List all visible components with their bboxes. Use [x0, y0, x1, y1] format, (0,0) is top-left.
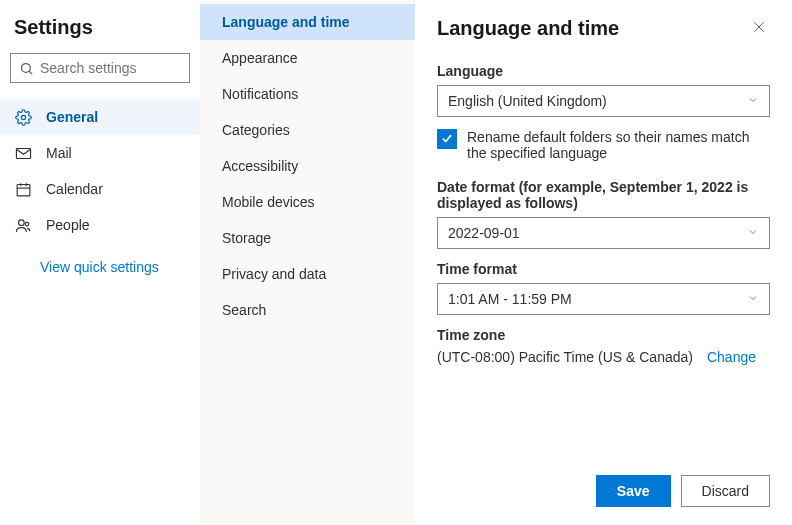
date-format-select[interactable]: 2022-09-01	[437, 217, 770, 249]
date-format-label: Date format (for example, September 1, 2…	[437, 179, 770, 211]
rename-folders-checkbox[interactable]	[437, 129, 457, 149]
time-format-select[interactable]: 1:01 AM - 11:59 PM	[437, 283, 770, 315]
svg-point-2	[21, 115, 25, 119]
nav-label: Calendar	[46, 181, 103, 197]
sub-notifications[interactable]: Notifications	[200, 76, 415, 112]
sub-privacy-and-data[interactable]: Privacy and data	[200, 256, 415, 292]
view-quick-settings[interactable]: View quick settings	[0, 243, 200, 291]
nav-general[interactable]: General	[0, 99, 200, 135]
sub-search[interactable]: Search	[200, 292, 415, 328]
panel-title: Language and time	[437, 17, 619, 40]
time-format-label: Time format	[437, 261, 770, 277]
svg-rect-3	[16, 148, 30, 158]
nav-people[interactable]: People	[0, 207, 200, 243]
discard-button[interactable]: Discard	[681, 475, 770, 507]
nav-calendar[interactable]: Calendar	[0, 171, 200, 207]
nav-mail[interactable]: Mail	[0, 135, 200, 171]
sub-mobile-devices[interactable]: Mobile devices	[200, 184, 415, 220]
svg-line-1	[29, 71, 32, 74]
calendar-icon	[14, 181, 32, 198]
chevron-down-icon	[747, 225, 759, 241]
rename-folders-text: Rename default folders so their names ma…	[467, 129, 770, 161]
sub-appearance[interactable]: Appearance	[200, 40, 415, 76]
nav-label: Mail	[46, 145, 72, 161]
change-timezone-link[interactable]: Change	[707, 349, 756, 365]
sub-storage[interactable]: Storage	[200, 220, 415, 256]
search-icon	[19, 61, 34, 76]
mail-icon	[14, 145, 32, 162]
language-select[interactable]: English (United Kingdom)	[437, 85, 770, 117]
chevron-down-icon	[747, 93, 759, 109]
svg-point-8	[18, 219, 24, 225]
sub-language-and-time[interactable]: Language and time	[200, 4, 415, 40]
language-value: English (United Kingdom)	[448, 93, 607, 109]
gear-icon	[14, 109, 32, 126]
language-label: Language	[437, 63, 770, 79]
date-format-value: 2022-09-01	[448, 225, 520, 241]
close-icon	[752, 21, 766, 37]
sub-categories[interactable]: Categories	[200, 112, 415, 148]
people-icon	[14, 217, 32, 234]
search-settings[interactable]	[10, 53, 190, 83]
svg-rect-4	[17, 184, 30, 195]
save-button[interactable]: Save	[596, 475, 671, 507]
search-input[interactable]	[40, 60, 215, 76]
svg-point-0	[22, 63, 31, 72]
time-format-value: 1:01 AM - 11:59 PM	[448, 291, 572, 307]
nav-label: People	[46, 217, 90, 233]
checkmark-icon	[440, 131, 454, 148]
nav-label: General	[46, 109, 98, 125]
close-button[interactable]	[748, 16, 770, 41]
sub-accessibility[interactable]: Accessibility	[200, 148, 415, 184]
timezone-label: Time zone	[437, 327, 770, 343]
svg-point-9	[25, 222, 29, 226]
timezone-value: (UTC-08:00) Pacific Time (US & Canada)	[437, 349, 693, 365]
chevron-down-icon	[747, 291, 759, 307]
settings-title: Settings	[0, 16, 200, 53]
